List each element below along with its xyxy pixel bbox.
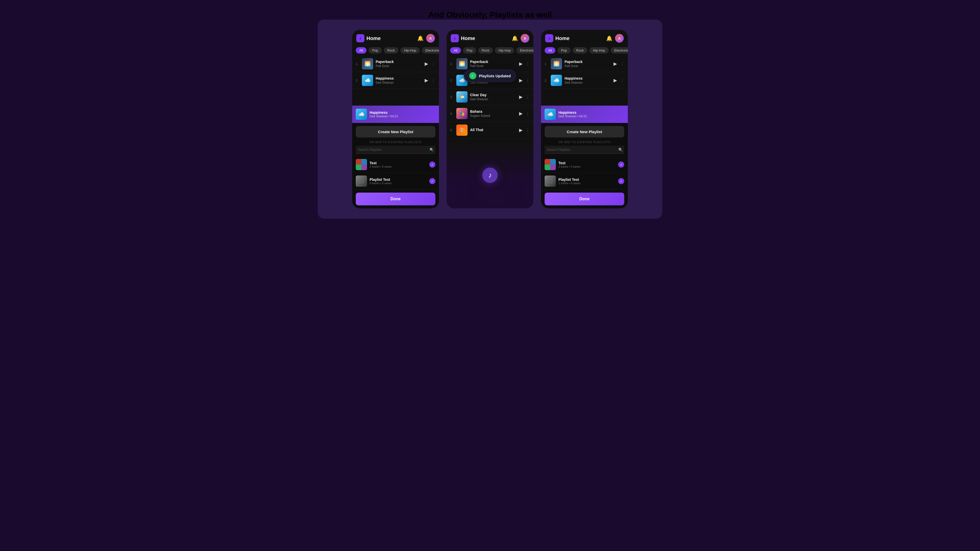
filter-tab-electronic[interactable]: Electronic: [516, 47, 533, 54]
np1-artist: Ded Sheeran • 04:21: [369, 114, 435, 118]
play-button[interactable]: ▶: [424, 60, 429, 67]
filter-tab-rock[interactable]: Rock: [478, 47, 493, 54]
track-name: Paperback: [470, 60, 518, 64]
more-button[interactable]: ⋮: [526, 78, 530, 83]
more-button[interactable]: ⋮: [526, 95, 530, 100]
phone2-avatar[interactable]: A: [520, 34, 529, 43]
filter-tab-pop[interactable]: Pop: [557, 47, 570, 54]
filter-tab-pop[interactable]: Pop: [369, 47, 382, 54]
filter-tab-all[interactable]: All: [545, 47, 555, 54]
more-button[interactable]: ⋮: [526, 111, 530, 116]
phone-2: ♪ Home 🔔 A ✓ Playlists Updated AllPopRoc…: [447, 30, 533, 208]
playlist-name: Test: [558, 161, 616, 165]
phone1-now-playing[interactable]: ☁️ Happiness Ded Sheeran • 04:21: [352, 106, 439, 123]
playlist-name: Test: [369, 161, 427, 165]
filter-tab-all[interactable]: All: [450, 47, 461, 54]
track-thumb: ☁️: [551, 75, 562, 86]
filter-tab-hip-hop[interactable]: Hip-Hop: [495, 47, 514, 54]
phone3-create-btn[interactable]: Create New Playlist: [545, 126, 624, 138]
playlist-info: Test 2 tracks • 0 saves: [369, 161, 427, 168]
filter-tab-rock[interactable]: Rock: [573, 47, 587, 54]
play-button[interactable]: ▶: [518, 77, 524, 84]
phone1-create-btn[interactable]: Create New Playlist: [356, 126, 435, 138]
more-button[interactable]: ⋮: [620, 78, 624, 83]
phone3-search-input[interactable]: [545, 146, 624, 154]
track-num: 2: [450, 79, 455, 83]
track-name: All That: [470, 128, 518, 132]
more-button[interactable]: ⋮: [526, 62, 530, 66]
playlist-item[interactable]: 🎵 Playlist Test 0 tracks • 0 saves ✓: [352, 173, 439, 189]
phone2-header: ♪ Home 🔔 A: [447, 30, 533, 45]
page-title: And Obviously, Playlists as well: [428, 10, 552, 20]
playlist-check[interactable]: ✓: [429, 178, 435, 184]
playlist-info: Playlist Test 1 tracks • 0 saves: [558, 178, 616, 185]
title-before: And Obviously,: [428, 10, 490, 19]
phone1-playlists: Test 2 tracks • 0 saves ✓ 🎵 Playlist Tes…: [352, 156, 439, 189]
track-name: Paperback: [565, 60, 612, 64]
track-thumb: 🎭: [456, 108, 468, 119]
track-info: Happiness Ded Sheeran: [565, 76, 612, 84]
phone1-search-input[interactable]: [356, 146, 435, 154]
phone-1: ♪ Home 🔔 A AllPopRockHip-HopElectronicR&…: [352, 30, 439, 208]
play-button[interactable]: ▶: [518, 127, 524, 133]
track-info: Happiness Ded Sheeran: [375, 76, 424, 84]
filter-tab-electronic[interactable]: Electronic: [611, 47, 628, 54]
track-artist: Ded Sheeran: [470, 97, 518, 101]
playlist-check[interactable]: ✓: [618, 162, 624, 168]
track-name: Paperback: [375, 60, 424, 64]
phone2-overlay: ♪: [447, 142, 533, 208]
track-name: Clear Day: [470, 93, 518, 97]
filter-tab-all[interactable]: All: [356, 47, 366, 54]
toast-check-icon: ✓: [469, 72, 476, 79]
playlist-check[interactable]: ✓: [429, 162, 435, 168]
phone3-now-playing[interactable]: ☁️ Happiness Ded Sheeran • 04:21: [541, 106, 628, 123]
playlist-item[interactable]: 🎵 Playlist Test 1 tracks • 0 saves ✓: [541, 173, 628, 189]
track-thumb: 🌅: [362, 58, 373, 69]
track-name: Happiness: [375, 76, 424, 80]
track-thumb: ☁️: [362, 75, 373, 86]
play-button[interactable]: ▶: [612, 60, 618, 67]
track-num: 3: [450, 95, 455, 99]
search-icon-1: 🔍: [430, 148, 434, 152]
phone1-avatar[interactable]: A: [426, 34, 435, 43]
filter-tab-pop[interactable]: Pop: [463, 47, 476, 54]
phone1-filters: AllPopRockHip-HopElectronicR&: [352, 45, 439, 56]
toast-text: Playlists Updated: [479, 74, 511, 78]
track-item: 2 ☁️ Happiness Ded Sheeran ▶ ⋮: [541, 72, 628, 89]
phone1-bell[interactable]: 🔔: [417, 35, 424, 41]
phone1-header: ♪ Home 🔔 A: [352, 30, 439, 45]
play-button[interactable]: ▶: [518, 110, 524, 117]
more-button[interactable]: ⋮: [431, 78, 435, 83]
playlist-info: Test 2 tracks • 0 saves: [558, 161, 616, 168]
phone1-title: Home: [366, 35, 417, 41]
play-button[interactable]: ▶: [424, 77, 429, 84]
phone1-done-btn[interactable]: Done: [356, 192, 435, 205]
more-button[interactable]: ⋮: [431, 62, 435, 66]
track-num: 5: [450, 128, 455, 132]
track-item: 5 🎨 All That ▶ ⋮: [447, 122, 533, 138]
playlist-check[interactable]: ✓: [618, 178, 624, 184]
filter-tab-hip-hop[interactable]: Hip-Hop: [589, 47, 609, 54]
playlist-item[interactable]: Test 2 tracks • 0 saves ✓: [541, 156, 628, 173]
phone3-done-btn[interactable]: Done: [545, 192, 624, 205]
play-button[interactable]: ▶: [612, 77, 618, 84]
track-actions: ▶ ⋮: [518, 77, 530, 84]
phone3-avatar[interactable]: A: [615, 34, 624, 43]
play-button[interactable]: ▶: [518, 60, 524, 67]
playlist-meta: 1 tracks • 0 saves: [558, 182, 616, 185]
phone2-bell[interactable]: 🔔: [512, 35, 518, 41]
phone-3: ♪ Home 🔔 A AllPopRockHip-HopElectronicR&…: [541, 30, 628, 208]
phone3-bell[interactable]: 🔔: [606, 35, 612, 41]
playlist-item[interactable]: Test 2 tracks • 0 saves ✓: [352, 156, 439, 173]
more-button[interactable]: ⋮: [620, 62, 624, 66]
filter-tab-electronic[interactable]: Electronic: [422, 47, 439, 54]
more-button[interactable]: ⋮: [526, 128, 530, 133]
phone3-header: ♪ Home 🔔 A: [541, 30, 628, 45]
track-num: 4: [450, 112, 455, 116]
search-icon-3: 🔍: [618, 148, 623, 152]
play-button[interactable]: ▶: [518, 94, 524, 100]
filter-tab-hip-hop[interactable]: Hip-Hop: [401, 47, 420, 54]
track-thumb: 🌤️: [456, 91, 468, 103]
filter-tab-rock[interactable]: Rock: [384, 47, 399, 54]
phone2-title: Home: [461, 35, 512, 41]
